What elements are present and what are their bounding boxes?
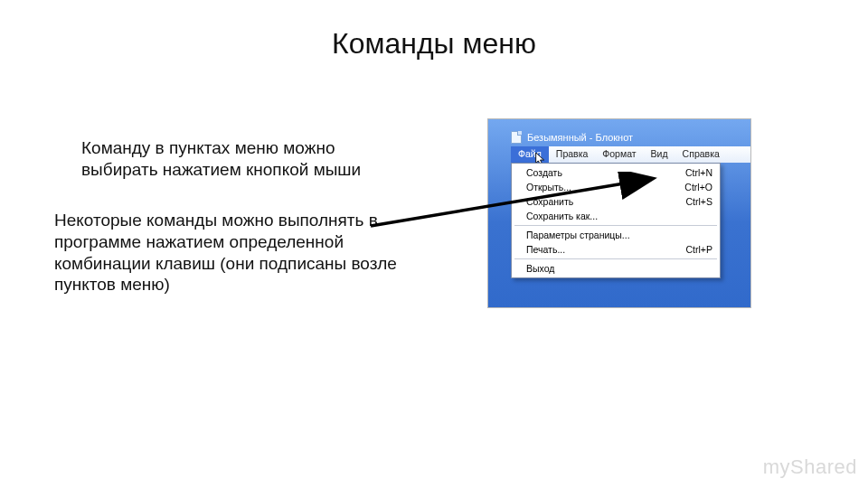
- paragraph-1: Команду в пунктах меню можно выбирать на…: [81, 137, 398, 181]
- menu-item-label: Печать...: [526, 244, 565, 255]
- paragraph-2: Некоторые команды можно выполнять в прог…: [54, 210, 416, 296]
- document-icon: [511, 131, 522, 144]
- slide-title: Команды меню: [0, 27, 868, 61]
- menu-item-shortcut: Ctrl+N: [685, 167, 712, 178]
- menu-edit[interactable]: Правка: [549, 146, 595, 163]
- menu-item-open[interactable]: Открыть... Ctrl+O: [514, 180, 718, 194]
- menu-item-label: Сохранить: [526, 196, 573, 207]
- menu-separator: [514, 225, 717, 226]
- menu-help[interactable]: Справка: [675, 146, 727, 163]
- menu-item-save-as[interactable]: Сохранить как...: [514, 209, 718, 223]
- menu-item-save[interactable]: Сохранить Ctrl+S: [514, 194, 718, 209]
- menu-item-label: Параметры страницы...: [526, 230, 630, 240]
- menu-format[interactable]: Формат: [595, 146, 643, 163]
- menu-item-label: Сохранить как...: [526, 211, 598, 221]
- watermark: myShared: [763, 455, 857, 479]
- menu-item-exit[interactable]: Выход: [514, 261, 718, 276]
- menu-item-page-setup[interactable]: Параметры страницы...: [514, 228, 718, 242]
- window-title-text: Безымянный - Блокнот: [527, 132, 633, 143]
- menu-item-shortcut: Ctrl+S: [686, 196, 712, 207]
- menu-item-label: Создать: [526, 167, 562, 178]
- window-titlebar: Безымянный - Блокнот: [511, 128, 750, 146]
- menu-item-label: Выход: [526, 263, 554, 274]
- menu-item-shortcut: Ctrl+P: [686, 244, 712, 255]
- menu-separator: [514, 258, 717, 259]
- menu-item-new[interactable]: Создать Ctrl+N: [514, 165, 718, 180]
- menu-view[interactable]: Вид: [644, 146, 675, 163]
- menubar: Файл Правка Формат Вид Справка: [511, 146, 750, 163]
- file-dropdown: Создать Ctrl+N Открыть... Ctrl+O Сохрани…: [511, 163, 721, 278]
- notepad-screenshot: Безымянный - Блокнот Файл Правка Формат …: [488, 119, 750, 307]
- menu-item-label: Открыть...: [526, 182, 571, 192]
- menu-item-print[interactable]: Печать... Ctrl+P: [514, 242, 718, 257]
- menu-item-shortcut: Ctrl+O: [684, 182, 712, 192]
